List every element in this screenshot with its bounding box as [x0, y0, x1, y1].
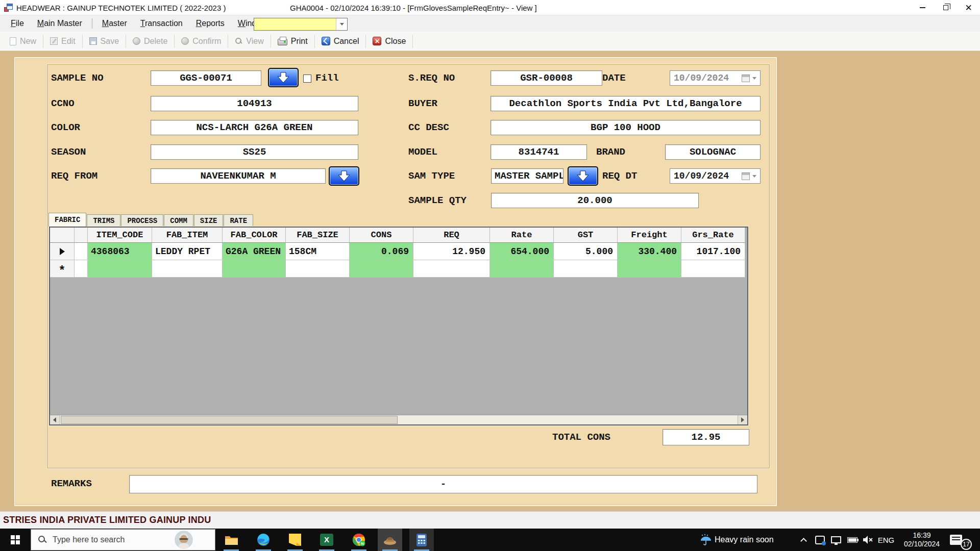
tray-rotation-lock[interactable]: [813, 529, 827, 551]
start-button[interactable]: [0, 529, 31, 551]
ccno-field[interactable]: 104913: [151, 96, 358, 111]
new-cell-fab-color[interactable]: [223, 260, 286, 278]
new-cell-rate[interactable]: [490, 260, 554, 278]
taskbar-chrome[interactable]: N: [347, 529, 371, 551]
minimize-button[interactable]: [911, 0, 934, 15]
taskbar-excel[interactable]: X: [314, 529, 339, 551]
view-button[interactable]: View: [229, 34, 269, 49]
tray-network[interactable]: [829, 529, 843, 551]
cell-grs-rate[interactable]: 1017.100: [681, 243, 745, 260]
taskbar-calculator[interactable]: [409, 529, 434, 551]
scroll-left-button[interactable]: [50, 415, 60, 424]
scrollbar-track[interactable]: [60, 415, 738, 424]
req-dt-field[interactable]: 10/09/2024: [670, 168, 761, 184]
tab-trims[interactable]: TRIMS: [87, 214, 120, 227]
col-fab-size[interactable]: FAB_SIZE: [286, 228, 350, 243]
search-avatar[interactable]: [175, 531, 193, 549]
restore-button[interactable]: [934, 0, 957, 15]
new-cell-req[interactable]: [413, 260, 490, 278]
cell-rate[interactable]: 654.000: [490, 243, 554, 260]
new-cell-grs-rate[interactable]: [681, 260, 745, 278]
season-field[interactable]: SS25: [151, 144, 358, 160]
menu-main-master[interactable]: Main Master: [31, 15, 89, 32]
weather-widget-icon[interactable]: [698, 529, 714, 551]
tray-language[interactable]: ENG: [876, 529, 896, 551]
grid-cell-blank[interactable]: [75, 243, 88, 260]
new-cell-item-code[interactable]: [88, 260, 152, 278]
sample-qty-field[interactable]: 20.000: [491, 193, 699, 208]
tab-fabric[interactable]: FABRIC: [48, 213, 86, 227]
new-cell-fab-item[interactable]: [152, 260, 223, 278]
taskbar-sticky-notes[interactable]: [283, 529, 307, 551]
cell-gst[interactable]: 5.000: [554, 243, 618, 260]
col-req[interactable]: REQ: [413, 228, 490, 243]
cancel-button[interactable]: Cancel: [316, 34, 365, 49]
close-window-button[interactable]: ✕: [957, 0, 980, 15]
buyer-field[interactable]: Decathlon Sports India Pvt Ltd,Bangalore: [491, 96, 761, 111]
tab-process[interactable]: PROCESS: [121, 214, 163, 227]
notification-badge[interactable]: 17: [961, 539, 972, 550]
cell-cons[interactable]: 0.069: [350, 243, 413, 260]
tray-battery[interactable]: [845, 529, 860, 551]
tray-clock[interactable]: 16:39 02/10/2024: [897, 529, 946, 551]
tab-size[interactable]: SIZE: [194, 214, 224, 227]
new-cell-fab-size[interactable]: [286, 260, 350, 278]
remarks-field[interactable]: -: [129, 475, 757, 493]
scroll-right-button[interactable]: [738, 415, 747, 424]
edit-button[interactable]: Edit: [44, 34, 81, 49]
cell-freight[interactable]: 330.400: [618, 243, 681, 260]
fill-checkbox[interactable]: [303, 74, 311, 83]
close-button[interactable]: ✕Close: [367, 34, 411, 49]
sam-type-field[interactable]: MASTER SAMPL: [491, 168, 564, 184]
brand-field[interactable]: SOLOGNAC: [665, 144, 761, 160]
sample-no-field[interactable]: GGS-00071: [151, 70, 261, 86]
tab-comm[interactable]: COMM: [164, 214, 193, 227]
combo-dropdown-button[interactable]: [336, 18, 347, 30]
new-button[interactable]: New: [4, 34, 42, 49]
cell-fab-size[interactable]: 158CM: [286, 243, 350, 260]
confirm-button[interactable]: Confirm: [176, 34, 227, 49]
sample-no-lookup-button[interactable]: [268, 68, 299, 87]
quick-search-combo[interactable]: [254, 18, 348, 31]
col-item-code[interactable]: ITEM_CODE: [88, 228, 152, 243]
menu-reports[interactable]: Reports: [189, 15, 231, 32]
grid-cell-blank[interactable]: [75, 260, 88, 278]
weather-widget[interactable]: Heavy rain soon: [715, 529, 786, 551]
col-gst[interactable]: GST: [554, 228, 618, 243]
delete-button[interactable]: Delete: [127, 34, 173, 49]
model-field[interactable]: 8314741: [491, 144, 587, 160]
new-cell-cons[interactable]: [350, 260, 413, 278]
tray-volume[interactable]: [861, 529, 875, 551]
req-from-lookup-button[interactable]: [329, 166, 359, 186]
tab-rate[interactable]: RATE: [224, 214, 253, 227]
date-field[interactable]: 10/09/2024: [670, 70, 761, 86]
cell-req[interactable]: 12.950: [413, 243, 490, 260]
menu-transaction[interactable]: Transaction: [134, 15, 189, 32]
col-grs-rate[interactable]: Grs_Rate: [681, 228, 745, 243]
taskbar-file-explorer[interactable]: [219, 529, 243, 551]
print-button[interactable]: Print: [272, 34, 313, 49]
new-cell-gst[interactable]: [554, 260, 618, 278]
taskbar-edge[interactable]: [251, 529, 276, 551]
col-cons[interactable]: CONS: [350, 228, 413, 243]
col-fab-item[interactable]: FAB_ITEM: [152, 228, 223, 243]
menu-file[interactable]: File: [4, 15, 31, 32]
col-rate[interactable]: Rate: [490, 228, 554, 243]
color-field[interactable]: NCS-LARCH G26A GREEN: [151, 120, 358, 135]
grid-horizontal-scrollbar[interactable]: [50, 415, 747, 424]
new-cell-freight[interactable]: [618, 260, 681, 278]
req-from-field[interactable]: NAVEENKUMAR M: [151, 168, 326, 184]
col-fab-color[interactable]: FAB_COLOR: [223, 228, 286, 243]
cc-desc-field[interactable]: BGP 100 HOOD: [491, 120, 761, 135]
cell-item-code[interactable]: 4368063: [88, 243, 152, 260]
scrollbar-thumb[interactable]: [61, 416, 398, 424]
menu-master[interactable]: Master: [95, 15, 134, 32]
cell-fab-color[interactable]: G26A GREEN: [223, 243, 286, 260]
col-freight[interactable]: Freight: [618, 228, 681, 243]
sam-type-lookup-button[interactable]: [568, 166, 598, 186]
taskbar-erp-app-active[interactable]: [378, 529, 402, 551]
tray-overflow-button[interactable]: [797, 529, 810, 551]
s-req-no-field[interactable]: GSR-00008: [491, 70, 602, 86]
cell-fab-item[interactable]: LEDDY RPET: [152, 243, 223, 260]
save-button[interactable]: Save: [84, 34, 125, 49]
